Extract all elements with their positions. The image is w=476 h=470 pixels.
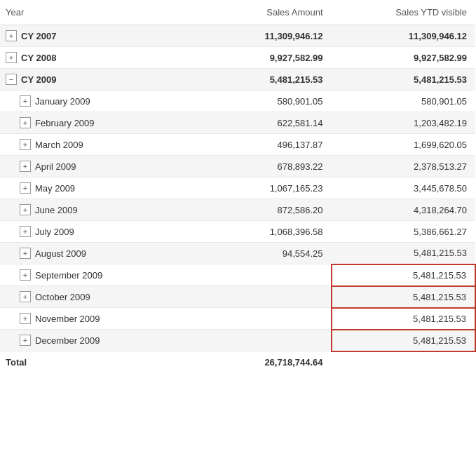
expand-icon[interactable]: + <box>20 291 31 302</box>
ytd-cell: 2,378,513.27 <box>332 156 475 177</box>
sales-amount-cell <box>194 264 331 286</box>
ytd-cell: 5,481,215.53 <box>332 264 475 286</box>
table-row: +December 20095,481,215.53 <box>0 330 475 351</box>
sales-amount-cell: 622,581.14 <box>194 112 331 134</box>
ytd-cell: 5,481,215.53 <box>332 69 475 90</box>
expand-icon[interactable]: + <box>20 139 31 150</box>
total-row: Total 26,718,744.64 <box>0 351 475 374</box>
total-ytd <box>332 351 475 374</box>
expand-icon[interactable]: + <box>20 161 31 172</box>
col-year-header: Year <box>0 0 194 25</box>
row-label: CY 2007 <box>21 31 56 41</box>
expand-icon[interactable]: + <box>20 95 31 107</box>
table-row: −CY 20095,481,215.535,481,215.53 <box>0 69 475 90</box>
expand-icon[interactable]: − <box>6 74 17 85</box>
row-label: December 2009 <box>35 335 100 346</box>
row-label-cell: +January 2009 <box>0 90 194 112</box>
table-row: +June 2009872,586.204,318,264.70 <box>0 199 475 221</box>
row-label: August 2009 <box>35 248 86 259</box>
sales-amount-cell <box>194 330 331 351</box>
sales-amount-cell: 496,137.87 <box>194 134 331 156</box>
row-label-cell: +CY 2007 <box>0 25 194 47</box>
row-label: CY 2009 <box>21 74 56 85</box>
ytd-cell: 580,901.05 <box>332 90 475 112</box>
total-sales: 26,718,744.64 <box>194 351 331 374</box>
table-row: +September 20095,481,215.53 <box>0 264 475 286</box>
table-row: +January 2009580,901.05580,901.05 <box>0 90 475 112</box>
expand-icon[interactable]: + <box>6 30 17 41</box>
ytd-cell: 3,445,678.50 <box>332 177 475 199</box>
row-label: September 2009 <box>35 270 102 281</box>
table-header: Year Sales Amount Sales YTD visible <box>0 0 475 25</box>
total-label: Total <box>0 351 194 374</box>
pivot-table: Year Sales Amount Sales YTD visible +CY … <box>0 0 476 373</box>
ytd-cell: 5,386,661.27 <box>332 221 475 243</box>
table-row: +February 2009622,581.141,203,482.19 <box>0 112 475 134</box>
sales-amount-cell: 872,586.20 <box>194 199 331 221</box>
table-row: +October 20095,481,215.53 <box>0 286 475 308</box>
row-label: July 2009 <box>35 227 74 237</box>
table-row: +CY 200711,309,946.1211,309,946.12 <box>0 25 475 47</box>
col-sales-header: Sales Amount <box>194 0 331 25</box>
sales-amount-cell: 94,554.25 <box>194 243 331 264</box>
sales-amount-cell: 11,309,946.12 <box>194 25 331 47</box>
row-label: February 2009 <box>35 118 95 128</box>
expand-icon[interactable]: + <box>6 52 17 63</box>
row-label: April 2009 <box>35 161 76 172</box>
expand-icon[interactable]: + <box>20 117 31 128</box>
expand-icon[interactable]: + <box>20 313 31 324</box>
sales-amount-cell: 1,068,396.58 <box>194 221 331 243</box>
row-label-cell: +April 2009 <box>0 156 194 177</box>
ytd-cell: 4,318,264.70 <box>332 199 475 221</box>
table-row: +May 20091,067,165.233,445,678.50 <box>0 177 475 199</box>
expand-icon[interactable]: + <box>20 269 31 281</box>
ytd-cell: 5,481,215.53 <box>332 286 475 308</box>
expand-icon[interactable]: + <box>20 248 31 259</box>
ytd-cell: 5,481,215.53 <box>332 243 475 264</box>
table-row: +April 2009678,893.222,378,513.27 <box>0 156 475 177</box>
sales-amount-cell: 9,927,582.99 <box>194 47 331 69</box>
table-row: +November 20095,481,215.53 <box>0 308 475 330</box>
expand-icon[interactable]: + <box>20 182 31 194</box>
ytd-cell: 11,309,946.12 <box>332 25 475 47</box>
row-label-cell: −CY 2009 <box>0 69 194 90</box>
expand-icon[interactable]: + <box>20 204 31 215</box>
row-label-cell: +March 2009 <box>0 134 194 156</box>
row-label: October 2009 <box>35 292 90 302</box>
ytd-cell: 5,481,215.53 <box>332 308 475 330</box>
table-row: +July 20091,068,396.585,386,661.27 <box>0 221 475 243</box>
row-label-cell: +December 2009 <box>0 330 194 351</box>
row-label-cell: +November 2009 <box>0 308 194 330</box>
row-label-cell: +May 2009 <box>0 177 194 199</box>
sales-amount-cell: 5,481,215.53 <box>194 69 331 90</box>
sales-amount-cell: 678,893.22 <box>194 156 331 177</box>
table-row: +August 200994,554.255,481,215.53 <box>0 243 475 264</box>
expand-icon[interactable]: + <box>20 335 31 346</box>
row-label-cell: +June 2009 <box>0 199 194 221</box>
ytd-cell: 9,927,582.99 <box>332 47 475 69</box>
row-label-cell: +September 2009 <box>0 264 194 286</box>
row-label: January 2009 <box>35 96 90 107</box>
sales-amount-cell: 580,901.05 <box>194 90 331 112</box>
sales-amount-cell <box>194 286 331 308</box>
table-row: +March 2009496,137.871,699,620.05 <box>0 134 475 156</box>
ytd-cell: 5,481,215.53 <box>332 330 475 351</box>
row-label-cell: +August 2009 <box>0 243 194 264</box>
row-label: CY 2008 <box>21 53 56 63</box>
row-label: March 2009 <box>35 140 83 150</box>
row-label-cell: +October 2009 <box>0 286 194 308</box>
expand-icon[interactable]: + <box>20 226 31 237</box>
col-ytd-header: Sales YTD visible <box>332 0 475 25</box>
row-label: November 2009 <box>35 314 100 324</box>
sales-amount-cell <box>194 308 331 330</box>
row-label: May 2009 <box>35 183 75 194</box>
row-label-cell: +February 2009 <box>0 112 194 134</box>
sales-amount-cell: 1,067,165.23 <box>194 177 331 199</box>
ytd-cell: 1,699,620.05 <box>332 134 475 156</box>
row-label: June 2009 <box>35 205 78 215</box>
table-row: +CY 20089,927,582.999,927,582.99 <box>0 47 475 69</box>
row-label-cell: +CY 2008 <box>0 47 194 69</box>
row-label-cell: +July 2009 <box>0 221 194 243</box>
ytd-cell: 1,203,482.19 <box>332 112 475 134</box>
